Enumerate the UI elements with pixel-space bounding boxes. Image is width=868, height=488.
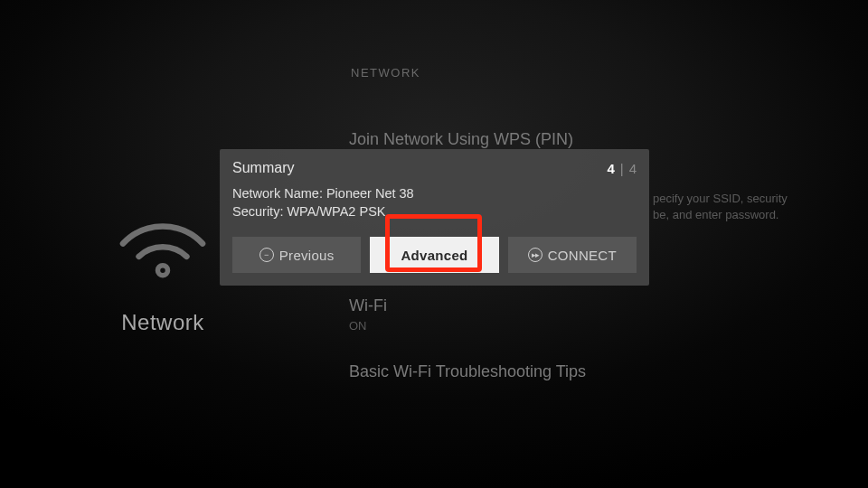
security-value: WPA/WPA2 PSK <box>287 204 385 219</box>
connect-label: CONNECT <box>548 248 617 263</box>
security-row: Security: WPA/WPA2 PSK <box>232 203 637 221</box>
network-name-row: Network Name: Pioneer Net 38 <box>232 185 637 203</box>
step-separator: | <box>620 161 624 176</box>
connect-icon: ▸▸ <box>528 248 542 262</box>
svg-point-0 <box>158 266 168 276</box>
previous-button[interactable]: − Previous <box>232 237 361 273</box>
settings-item-title: Wi-Fi <box>349 296 387 315</box>
network-settings-screen: Network NETWORK Join Network Using WPS (… <box>0 0 868 488</box>
settings-item-subtitle-fragment: pecify your SSID, security be, and enter… <box>653 191 834 222</box>
modal-header: Summary 4 | 4 <box>232 160 637 176</box>
settings-item-title: Basic Wi-Fi Troubleshooting Tips <box>349 362 586 381</box>
settings-item-wps[interactable]: Join Network Using WPS (PIN) <box>349 130 573 149</box>
advanced-label: Advanced <box>401 248 467 263</box>
step-total: 4 <box>629 161 637 176</box>
step-current: 4 <box>607 161 614 176</box>
step-counter: 4 | 4 <box>607 161 637 176</box>
wifi-icon <box>113 189 212 288</box>
settings-item-subtitle: ON <box>349 318 387 334</box>
sidebar-title: Network <box>121 310 204 335</box>
security-label: Security: <box>232 204 287 219</box>
advanced-button[interactable]: Advanced <box>370 237 498 273</box>
network-name-label: Network Name: <box>232 186 326 201</box>
network-name-value: Pioneer Net 38 <box>326 186 414 201</box>
previous-label: Previous <box>279 248 335 263</box>
modal-title: Summary <box>232 160 294 176</box>
previous-icon: − <box>259 248 274 262</box>
modal-actions: − Previous Advanced ▸▸ CONNECT <box>232 237 637 273</box>
panel-heading: NETWORK <box>351 66 420 80</box>
settings-item-title: Join Network Using WPS (PIN) <box>349 130 573 149</box>
modal-body: Network Name: Pioneer Net 38 Security: W… <box>232 185 637 221</box>
summary-modal: Summary 4 | 4 Network Name: Pioneer Net … <box>220 149 649 286</box>
settings-item-wifi[interactable]: Wi-Fi ON <box>349 296 387 334</box>
connect-button[interactable]: ▸▸ CONNECT <box>508 237 637 273</box>
settings-item-troubleshooting[interactable]: Basic Wi-Fi Troubleshooting Tips <box>349 362 586 381</box>
